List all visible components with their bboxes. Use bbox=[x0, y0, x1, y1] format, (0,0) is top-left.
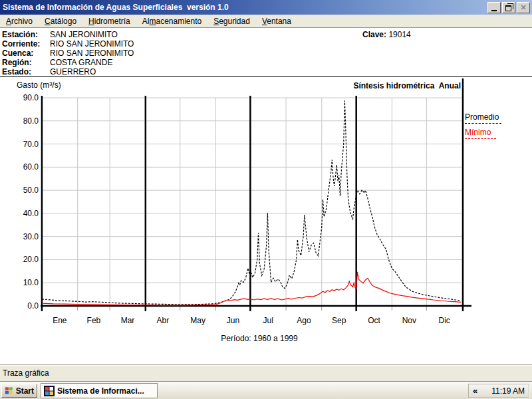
month-label: Sep bbox=[332, 316, 346, 325]
minimize-icon bbox=[491, 10, 497, 11]
y-tick-label: 30.0 bbox=[23, 232, 39, 241]
period-caption: Período: 1960 a 1999 bbox=[221, 334, 298, 343]
windows-logo-icon bbox=[5, 386, 13, 396]
series-promedio bbox=[42, 100, 461, 305]
client-area: Estación:SAN JERONIMITO Corriente:RIO SA… bbox=[0, 28, 532, 364]
app-window: Sistema de Información de Aguas Superfic… bbox=[0, 0, 532, 399]
month-label: Ago bbox=[297, 316, 311, 325]
window-controls: ✕ bbox=[487, 2, 530, 13]
close-icon: ✕ bbox=[520, 4, 526, 11]
status-text: Traza gráfica bbox=[3, 368, 49, 378]
close-button[interactable]: ✕ bbox=[517, 2, 530, 13]
y-tick-label: 20.0 bbox=[23, 255, 39, 264]
month-label: Mar bbox=[121, 316, 135, 325]
y-tick-label: 0.0 bbox=[27, 301, 39, 311]
month-label: Jul bbox=[263, 316, 273, 325]
restore-icon bbox=[505, 5, 511, 11]
clock[interactable]: 11:19 AM bbox=[491, 386, 525, 396]
start-button[interactable]: Start bbox=[1, 384, 37, 398]
menu-bar: ArchivoCatálogoHidrometríaAlmacenamiento… bbox=[0, 15, 532, 28]
title-bar: Sistema de Información de Aguas Superfic… bbox=[0, 0, 532, 15]
window-title: Sistema de Información de Aguas Superfic… bbox=[0, 3, 229, 12]
month-label: Jun bbox=[227, 316, 239, 325]
taskbar: Start Sistema de Informaci... « 11:19 AM bbox=[0, 381, 532, 399]
chart-canvas: 0.010.020.030.040.050.060.070.080.090.0E… bbox=[0, 28, 532, 364]
month-label: Nov bbox=[402, 316, 416, 325]
y-tick-label: 50.0 bbox=[23, 186, 39, 195]
tray-chevron-icon[interactable]: « bbox=[473, 386, 477, 396]
taskbar-app-button[interactable]: Sistema de Informaci... bbox=[41, 383, 158, 398]
month-label: Feb bbox=[87, 316, 101, 325]
month-label: Dic bbox=[438, 316, 450, 325]
menu-item-seguridad[interactable]: Seguridad bbox=[207, 15, 256, 27]
month-label: Ene bbox=[53, 316, 67, 325]
month-label: Oct bbox=[368, 316, 380, 325]
system-tray: « 11:19 AM bbox=[468, 384, 529, 398]
status-bar: Traza gráfica bbox=[0, 364, 532, 382]
month-label: May bbox=[190, 316, 205, 325]
menu-item-archivo[interactable]: Archivo bbox=[0, 15, 39, 27]
menu-item-catalogo[interactable]: Catálogo bbox=[39, 15, 82, 27]
restore-button[interactable] bbox=[502, 2, 515, 13]
month-label: Abr bbox=[156, 316, 169, 325]
app-icon bbox=[44, 386, 55, 396]
y-tick-label: 90.0 bbox=[23, 93, 39, 102]
series-minimo bbox=[42, 272, 461, 305]
menu-item-ventana[interactable]: Ventana bbox=[256, 15, 297, 27]
taskbar-app-label: Sistema de Informaci... bbox=[57, 386, 144, 396]
start-label: Start bbox=[16, 386, 34, 396]
y-tick-label: 10.0 bbox=[23, 278, 39, 287]
menu-item-almacenamiento[interactable]: Almacenamiento bbox=[136, 15, 207, 27]
menu-item-hidrometria[interactable]: Hidrometría bbox=[82, 15, 136, 27]
y-tick-label: 60.0 bbox=[23, 162, 39, 172]
minimize-button[interactable] bbox=[487, 2, 501, 13]
y-tick-label: 80.0 bbox=[23, 116, 39, 126]
y-tick-label: 40.0 bbox=[23, 209, 39, 218]
y-tick-label: 70.0 bbox=[23, 140, 39, 149]
